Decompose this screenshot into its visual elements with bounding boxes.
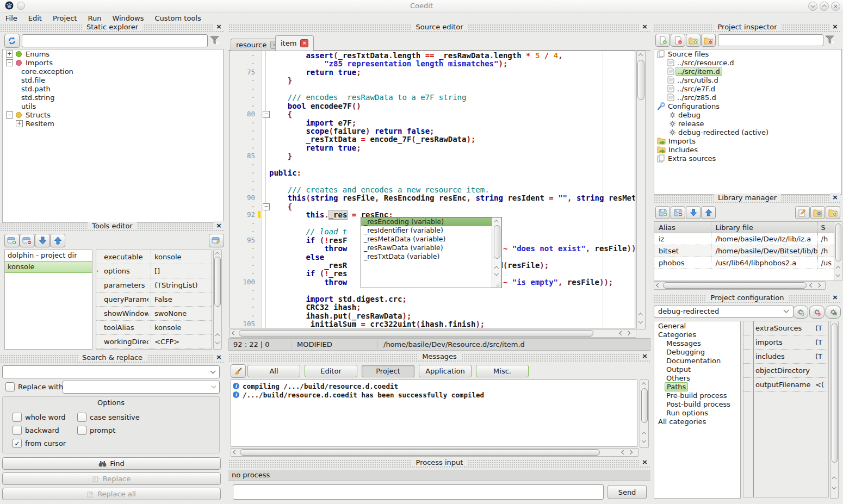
remove-folder-button[interactable] — [701, 34, 716, 47]
category-general[interactable]: General — [654, 321, 740, 330]
editor-hscrollbar[interactable] — [230, 329, 636, 338]
remove-source-button[interactable] — [671, 34, 685, 47]
messages-list[interactable]: compiling /.../build/resource.d.coedit /… — [231, 379, 637, 447]
property-value[interactable]: (T — [815, 324, 826, 332]
messages-hscrollbar[interactable] — [231, 448, 639, 457]
completion-popup[interactable]: _resEncoding (variable)_resIdentifier (v… — [361, 217, 502, 288]
close-panel-icon[interactable] — [214, 353, 224, 361]
from-cursor-checkbox[interactable] — [13, 439, 22, 448]
prompt-checkbox[interactable] — [77, 426, 86, 435]
case-sensitive-checkbox[interactable] — [77, 413, 86, 422]
config-vscrollbar[interactable] — [830, 321, 839, 499]
filter-application-button[interactable]: Application — [419, 365, 472, 377]
register-project-library-button[interactable] — [810, 206, 825, 219]
property-value[interactable]: (T — [815, 338, 826, 346]
close-panel-icon[interactable] — [214, 221, 224, 229]
tree-item-source-file[interactable]: ../src/utils.d — [654, 76, 841, 84]
chevron-down-icon[interactable] — [210, 369, 216, 374]
remove-configuration-button[interactable] — [809, 306, 825, 319]
edit-alias-button[interactable] — [795, 206, 810, 219]
move-library-down-button[interactable] — [686, 206, 701, 219]
close-panel-icon[interactable] — [640, 352, 650, 360]
filter-icon[interactable] — [209, 35, 220, 47]
tree-item-std-file[interactable]: std.file — [3, 76, 223, 84]
configuration-select[interactable]: debug-redirected — [654, 306, 794, 318]
tree-group-includes[interactable]: Includes — [654, 145, 841, 154]
tool-item[interactable]: dolphin - project dir — [5, 250, 92, 261]
property-value[interactable]: (TStringList) — [154, 281, 209, 289]
menu-project[interactable]: Project — [47, 14, 82, 23]
tree-item-imports[interactable]: Imports — [3, 58, 223, 67]
property-value[interactable]: konsole — [154, 323, 209, 332]
symbol-search-input[interactable] — [22, 34, 208, 47]
add-configuration-button[interactable] — [793, 306, 808, 319]
library-row[interactable]: phobos /usr/lib64/libphobos2.a /us — [654, 257, 834, 269]
category-documentation[interactable]: Documentation — [654, 356, 740, 365]
menu-file[interactable]: File — [0, 14, 23, 23]
tree-item-core-exception[interactable]: core.exception — [3, 67, 223, 76]
library-row[interactable]: iz /home/basile/Dev/Iz/lib/iz.a /h — [654, 233, 834, 245]
execute-tool-button[interactable] — [209, 234, 224, 247]
property-value[interactable]: <CFP> — [154, 338, 209, 346]
column-alias[interactable]: Alias — [654, 223, 711, 232]
expander-plus-icon[interactable] — [16, 120, 23, 127]
completion-item[interactable]: _resTxtData (variable) — [361, 252, 492, 261]
tree-item-source-file-selected[interactable]: ../src/item.d — [654, 67, 841, 76]
remove-library-button[interactable] — [671, 206, 685, 219]
property-row[interactable]: workingDirectory<CFP> — [96, 335, 212, 349]
open-library-file-button[interactable] — [826, 206, 840, 219]
whole-word-checkbox[interactable] — [13, 413, 22, 422]
close-tab-icon[interactable] — [300, 39, 308, 47]
close-panel-icon[interactable] — [830, 293, 840, 301]
property-row[interactable]: executablekonsole — [96, 250, 212, 264]
close-panel-icon[interactable] — [830, 22, 840, 30]
config-property-row[interactable]: objectDirectory — [743, 364, 828, 378]
library-hscrollbar[interactable] — [654, 281, 826, 290]
filter-all-button[interactable]: All — [247, 365, 300, 377]
send-button[interactable]: Send — [608, 485, 647, 499]
property-row[interactable]: queryParametersFalse — [96, 293, 212, 307]
tree-item-source-file[interactable]: ../src/e7F.d — [654, 84, 841, 93]
message-row[interactable]: compiling /.../build/resource.d.coedit — [231, 382, 637, 390]
tree-item-resitem[interactable]: ResItem — [3, 119, 223, 128]
config-property-row[interactable]: imports(T — [743, 335, 828, 350]
property-value[interactable]: False — [154, 295, 209, 303]
tree-group-extra-sources[interactable]: Extra sources — [654, 154, 841, 163]
backward-checkbox[interactable] — [13, 426, 22, 435]
tree-item-config[interactable]: release — [654, 119, 841, 128]
column-library-file[interactable]: Library file — [711, 223, 817, 232]
tree-item-structs[interactable]: Structs — [3, 110, 223, 119]
category-all[interactable]: All categories — [654, 417, 740, 426]
close-panel-icon[interactable] — [640, 458, 650, 466]
completion-item[interactable]: _resRawData (variable) — [361, 244, 492, 252]
tool-item-selected[interactable]: konsole — [5, 261, 92, 273]
property-value[interactable]: swoNone — [154, 309, 209, 318]
tree-item-std-string[interactable]: std.string — [3, 93, 223, 102]
add-library-button[interactable] — [655, 206, 670, 219]
tab-item[interactable]: item — [275, 35, 314, 51]
property-value[interactable]: [] — [154, 267, 209, 275]
inspector-filter-input[interactable] — [718, 34, 823, 46]
library-table-header[interactable]: Alias Library file S — [654, 222, 834, 233]
property-row[interactable]: parameters(TStringList) — [96, 278, 212, 293]
tree-item-utils[interactable]: utils — [3, 102, 223, 110]
category-paths-selected[interactable]: Paths — [654, 382, 740, 391]
property-row[interactable]: toolAliaskonsole — [96, 321, 212, 335]
category-debugging[interactable]: Debugging — [654, 347, 740, 356]
minimize-icon[interactable] — [808, 2, 817, 11]
completion-scrollbar[interactable] — [492, 217, 501, 288]
property-row[interactable]: ›options[] — [96, 264, 212, 278]
completion-item[interactable]: _resIdentifier (variable) — [361, 226, 492, 235]
replace-with-checkbox[interactable] — [5, 382, 15, 391]
tree-item-enums[interactable]: Enums — [3, 49, 223, 58]
config-property-row[interactable]: extraSources(T — [743, 321, 828, 335]
library-row[interactable]: bitset /home/basile/Dev/Bitset/lib/bitse… — [654, 245, 834, 257]
maximize-icon[interactable] — [820, 2, 829, 11]
editor-vscrollbar[interactable] — [636, 51, 646, 329]
filter-project-button[interactable]: Project — [362, 365, 414, 377]
tree-item-source-file[interactable]: ../src/z85.d — [654, 93, 841, 102]
close-panel-icon[interactable] — [640, 22, 650, 30]
column-sources[interactable]: S — [818, 223, 834, 232]
expander-minus-icon[interactable] — [6, 59, 13, 66]
property-value[interactable]: konsole — [154, 253, 209, 261]
